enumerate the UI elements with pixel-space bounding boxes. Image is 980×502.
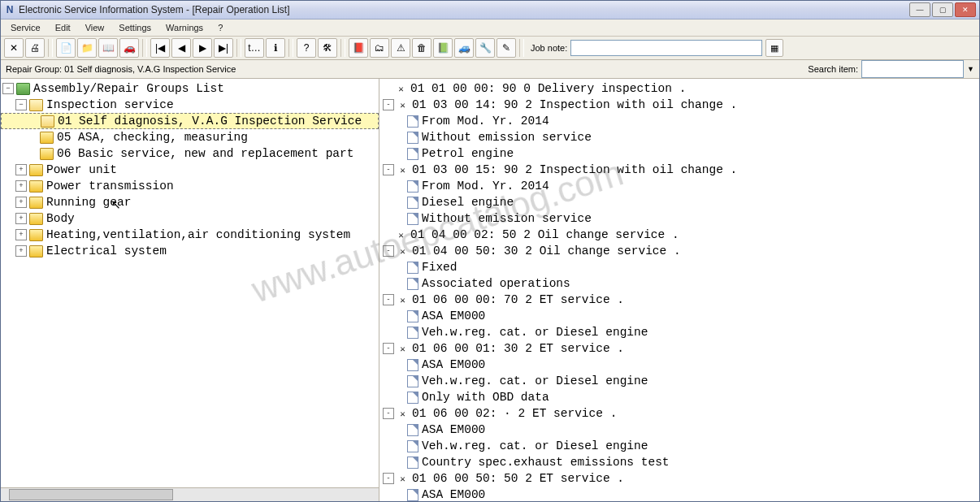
operation-row[interactable]: -✕01 06 00 02: · 2 ET service . (379, 405, 979, 422)
expander-icon[interactable]: - (383, 99, 394, 110)
jobnote-input[interactable] (570, 40, 762, 56)
operation-row[interactable]: -✕01 06 00 50: 50 2 ET service . (379, 470, 979, 487)
menu-settings[interactable]: Settings (112, 21, 158, 34)
operation-subrow[interactable]: Without emission service (379, 210, 979, 227)
menu-warnings[interactable]: Warnings (159, 21, 210, 34)
operation-row[interactable]: -✕01 06 00 01: 30 2 ET service . (379, 340, 979, 357)
expander-icon[interactable]: − (15, 99, 27, 110)
toolbar-button-19[interactable]: 🚙 (454, 38, 474, 58)
expander-icon[interactable]: − (2, 83, 14, 94)
operation-row[interactable]: ✕01 04 00 02: 50 2 Oil change service . (379, 227, 979, 243)
tree-item-asa-checking[interactable]: 05 ASA, checking, measuring (1, 129, 379, 145)
operation-subrow[interactable]: ASA EM000 (379, 487, 979, 501)
toolbar-button-12[interactable]: ? (297, 38, 316, 58)
operation-sublabel: Associated operations (422, 277, 570, 290)
toolbar-button-9[interactable]: ▶| (214, 38, 233, 58)
toolbar-button-18[interactable]: 📗 (433, 38, 453, 58)
tools-icon: ✕ (397, 474, 409, 484)
toolbar-button-10[interactable]: t… (245, 38, 264, 58)
expander-icon[interactable]: + (15, 197, 27, 208)
toolbar-button-16[interactable]: ⚠ (391, 38, 410, 58)
operation-subrow[interactable]: Country spec.exhaust emissions test (379, 454, 979, 470)
operation-row[interactable]: -✕01 06 00 00: 70 2 ET service . (379, 292, 979, 308)
toolbar: ✕🖨📄📁📖🚗|◀◀▶▶|t…ℹ?🛠📕🗂⚠🗑📗🚙🔧✎ Job note: ▦ (1, 37, 979, 60)
tree-root[interactable]: − Assembly/Repair Groups List (1, 80, 379, 97)
operation-subrow[interactable]: Petrol engine (379, 145, 979, 162)
operation-subrow[interactable]: Only with OBD data (379, 389, 979, 405)
toolbar-button-14[interactable]: 📕 (349, 38, 368, 58)
operation-sublabel: From Mod. Yr. 2014 (422, 115, 549, 128)
menu-edit[interactable]: Edit (49, 21, 77, 34)
tree-item[interactable]: +Heating,ventilation,air conditioning sy… (1, 227, 379, 243)
search-input[interactable] (861, 60, 964, 78)
tree-item[interactable]: +Body (1, 210, 379, 227)
toolbar-button-17[interactable]: 🗑 (412, 38, 431, 58)
operation-subrow[interactable]: ASA EM000 (379, 357, 979, 373)
toolbar-button-11[interactable]: ℹ (266, 38, 285, 58)
menu-help[interactable]: ? (211, 21, 229, 34)
toolbar-button-6[interactable]: |◀ (150, 38, 170, 58)
expander-icon[interactable]: - (383, 294, 394, 305)
toolbar-button-21[interactable]: ✎ (497, 38, 516, 58)
expander-icon[interactable]: - (383, 245, 394, 257)
tree-item-self-diagnosis[interactable]: 01 Self diagnosis, V.A.G Inspection Serv… (1, 113, 379, 129)
tree-item-basic-service[interactable]: 06 Basic service, new and replacement pa… (1, 145, 379, 162)
toolbar-button-1[interactable]: 🖨 (25, 38, 45, 58)
expander-icon[interactable]: + (15, 245, 27, 257)
jobnote-label: Job note: (531, 43, 567, 53)
toolbar-button-2[interactable]: 📄 (56, 38, 76, 58)
operation-subrow[interactable]: Veh.w.reg. cat. or Diesel engine (379, 324, 979, 340)
expander-icon[interactable]: - (383, 164, 394, 175)
toolbar-button-20[interactable]: 🔧 (475, 38, 495, 58)
operation-subrow[interactable]: Veh.w.reg. cat. or Diesel engine (379, 438, 979, 454)
toolbar-button-5[interactable]: 🚗 (119, 38, 139, 58)
tree-label: Inspection service (46, 98, 174, 111)
tree-inspection-service[interactable]: − Inspection service (1, 97, 379, 113)
toolbar-button-3[interactable]: 📁 (77, 38, 97, 58)
expander-icon[interactable]: - (383, 343, 394, 354)
operation-row[interactable]: -✕01 04 00 50: 30 2 Oil change service . (379, 243, 979, 259)
left-horizontal-scrollbar[interactable] (1, 487, 379, 501)
operation-row[interactable]: -✕01 03 00 14: 90 2 Inspection with oil … (379, 97, 979, 113)
operation-subrow[interactable]: Fixed (379, 259, 979, 275)
operation-subrow[interactable]: Diesel engine (379, 194, 979, 210)
operation-subrow[interactable]: From Mod. Yr. 2014 (379, 113, 979, 129)
tree-label: Heating,ventilation,air conditioning sys… (46, 228, 350, 241)
toolbar-button-13[interactable]: 🛠 (318, 38, 337, 58)
operation-row[interactable]: -✕01 03 00 15: 90 2 Inspection with oil … (379, 162, 979, 178)
operation-subrow[interactable]: ASA EM000 (379, 422, 979, 438)
tools-icon: ✕ (395, 84, 407, 94)
menubar: Service Edit View Settings Warnings ? (1, 19, 979, 37)
tree-item[interactable]: +Electrical system (1, 243, 379, 259)
page-icon (407, 197, 418, 209)
toolbar-button-4[interactable]: 📖 (98, 38, 118, 58)
expander-icon (383, 230, 392, 240)
expander-icon[interactable]: + (15, 164, 27, 175)
tree-item[interactable]: +Power unit (1, 162, 379, 178)
folder-open-icon (29, 99, 43, 111)
operation-row[interactable]: ✕01 01 00 00: 90 0 Delivery inspection . (379, 80, 979, 97)
expander-icon[interactable]: + (15, 213, 27, 224)
menu-view[interactable]: View (79, 21, 111, 34)
expander-icon[interactable]: + (15, 229, 27, 240)
expander-icon[interactable]: - (383, 473, 394, 484)
maximize-button[interactable]: ▢ (932, 2, 953, 17)
operation-subrow[interactable]: ASA EM000 (379, 308, 979, 324)
minimize-button[interactable]: — (909, 2, 930, 17)
menu-service[interactable]: Service (4, 21, 47, 34)
close-button[interactable]: ✕ (955, 2, 976, 17)
operation-subrow[interactable]: Veh.w.reg. cat. or Diesel engine (379, 373, 979, 389)
expander-icon[interactable]: - (383, 408, 394, 419)
operation-subrow[interactable]: Associated operations (379, 275, 979, 292)
toolbar-button-0[interactable]: ✕ (4, 38, 24, 58)
toolbar-button-15[interactable]: 🗂 (370, 38, 389, 58)
operation-subrow[interactable]: Without emission service (379, 129, 979, 145)
jobnote-picker-button[interactable]: ▦ (765, 39, 783, 57)
expander-icon[interactable]: + (15, 180, 27, 192)
search-dropdown-button[interactable]: ▼ (967, 65, 974, 73)
tree-item[interactable]: +Power transmission (1, 178, 379, 194)
toolbar-button-8[interactable]: ▶ (193, 38, 212, 58)
operation-subrow[interactable]: From Mod. Yr. 2014 (379, 178, 979, 194)
tree-item[interactable]: +Running gear (1, 194, 379, 210)
toolbar-button-7[interactable]: ◀ (171, 38, 191, 58)
